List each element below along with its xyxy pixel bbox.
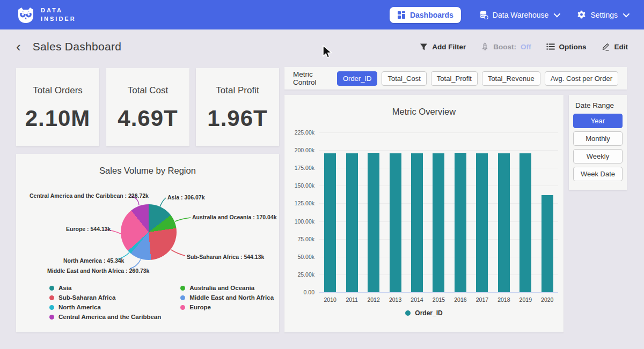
metric-button-total-cost[interactable]: Total_Cost <box>382 71 426 86</box>
metric-button-total-profit[interactable]: Total_Profit <box>431 71 478 86</box>
date-range-button-monthly[interactable]: Monthly <box>573 131 623 146</box>
x-tick-label: 2016 <box>450 296 471 303</box>
x-tick-label: 2010 <box>319 296 341 303</box>
bar-2015[interactable] <box>433 153 444 292</box>
bar-2019[interactable] <box>519 153 531 292</box>
date-range-button-year[interactable]: Year <box>573 114 623 128</box>
date-range-button-weekly[interactable]: Weekly <box>573 149 623 164</box>
bar-chart-legend[interactable]: Order_ID <box>284 309 564 317</box>
bar-chart-x-axis-line <box>319 292 558 293</box>
chevron-down-icon <box>623 11 630 18</box>
bar-2013[interactable] <box>390 153 401 292</box>
legend-dot <box>180 286 185 291</box>
y-tick-label: 75.00k <box>284 236 314 242</box>
boost-label: Boost: <box>493 43 516 51</box>
options-button[interactable]: Options <box>546 43 587 51</box>
y-tick-label: 100.00k <box>284 218 314 225</box>
x-tick-label: 2012 <box>363 296 384 303</box>
pie-label-australia-oceania: Australia and Oceania : 170.04k <box>192 214 277 220</box>
pie-legend-item-australia-and-oceania[interactable]: Australia and Oceania <box>180 285 274 291</box>
metric-control-bar: Metric Control Order_IDTotal_CostTotal_P… <box>284 67 627 90</box>
kpi-card-total-orders: Total Orders 2.10M <box>16 68 99 146</box>
y-tick-label: 125.00k <box>284 200 314 206</box>
pie-label-europe: Europe : 544.13k <box>66 226 111 232</box>
pie-legend-item-sub-saharan-africa[interactable]: Sub-Saharan Africa <box>49 294 161 301</box>
legend-label: Australia and Oceania <box>189 285 254 291</box>
nav-settings-label: Settings <box>590 11 618 19</box>
boost-toggle[interactable]: Boost: Off <box>481 42 531 51</box>
x-tick-label: 2015 <box>428 296 449 303</box>
kpi-value: 1.96T <box>207 106 267 131</box>
legend-dot <box>49 286 54 291</box>
legend-label: Middle East and North Africa <box>189 294 274 301</box>
top-nav: DATA INSIDER Dashboards Data Warehouse <box>0 0 644 29</box>
bar-2018[interactable] <box>498 153 510 292</box>
filter-icon <box>420 43 428 51</box>
dashboards-grid-icon <box>397 11 406 19</box>
pie-label-sub-saharan-africa: Sub-Saharan Africa : 544.13k <box>187 254 264 260</box>
back-button[interactable]: ‹ <box>16 40 21 54</box>
kpi-label: Total Cost <box>128 85 169 96</box>
pie-legend-item-asia[interactable]: Asia <box>49 285 161 291</box>
page-header: ‹ Sales Dashboard Add Filter Boost: Off … <box>0 29 644 64</box>
y-tick-label: 225.00k <box>284 129 314 136</box>
bar-2020[interactable] <box>541 195 553 292</box>
date-range-card: Date Range YearMonthlyWeeklyWeek Date <box>569 95 627 190</box>
y-tick-label: 175.00k <box>284 165 314 171</box>
bar-2012[interactable] <box>368 153 379 292</box>
pie-chart[interactable] <box>121 204 177 260</box>
y-tick-label: 25.00k <box>284 271 314 278</box>
owl-logo-icon <box>16 5 35 25</box>
metric-button-total-revenue[interactable]: Total_Revenue <box>482 71 540 86</box>
brand: DATA INSIDER <box>16 5 76 25</box>
edit-pencil-icon <box>602 42 610 51</box>
kpi-card-total-profit: Total Profit 1.96T <box>196 68 279 146</box>
kpi-label: Total Orders <box>33 85 83 96</box>
legend-dot <box>180 305 185 310</box>
bar-2011[interactable] <box>346 153 358 292</box>
nav-dashboards-button[interactable]: Dashboards <box>390 7 461 23</box>
pie-legend-item-central-america-and-the-caribbean[interactable]: Central America and the Caribbean <box>49 314 161 320</box>
pie-label-north-america: North America : 45.34k <box>63 257 124 264</box>
metric-button-avg-cost-per-order[interactable]: Avg. Cost per Order <box>545 71 618 86</box>
x-tick-label: 2018 <box>493 296 515 303</box>
bar-2010[interactable] <box>324 153 336 292</box>
kpi-card-total-cost: Total Cost 4.69T <box>106 68 189 146</box>
legend-label: Order_ID <box>415 309 442 317</box>
bar-2017[interactable] <box>476 153 488 292</box>
kpi-value: 2.10M <box>25 106 91 131</box>
x-tick-label: 2014 <box>406 296 428 303</box>
brand-name: DATA INSIDER <box>41 6 76 24</box>
metric-button-group: Order_IDTotal_CostTotal_ProfitTotal_Reve… <box>337 71 618 86</box>
pie-legend-item-europe[interactable]: Europe <box>180 304 274 310</box>
bar-2014[interactable] <box>411 153 423 292</box>
legend-dot <box>405 310 411 316</box>
y-tick-label: 200.00k <box>284 147 314 153</box>
nav-settings-button[interactable]: Settings <box>577 10 628 19</box>
bar-2016[interactable] <box>455 153 466 292</box>
add-filter-button[interactable]: Add Filter <box>420 43 466 51</box>
y-tick-label: 150.00k <box>284 182 314 189</box>
pie-legend-item-middle-east-and-north-africa[interactable]: Middle East and North Africa <box>180 294 274 301</box>
nav-data-warehouse-label: Data Warehouse <box>493 11 549 19</box>
gear-icon <box>577 10 586 19</box>
nav-data-warehouse-button[interactable]: Data Warehouse <box>479 10 559 19</box>
legend-dot <box>49 295 54 300</box>
boost-rocket-icon <box>481 42 489 51</box>
metric-button-order-id[interactable]: Order_ID <box>337 71 377 86</box>
date-range-button-week-date[interactable]: Week Date <box>573 167 623 181</box>
x-tick-label: 2013 <box>385 296 406 303</box>
pie-legend-item-north-america[interactable]: North America <box>49 304 161 310</box>
database-icon <box>479 10 488 19</box>
x-tick-label: 2020 <box>537 296 558 303</box>
legend-label: Sub-Saharan Africa <box>58 294 115 301</box>
kpi-label: Total Profit <box>216 85 259 96</box>
pie-label-asia: Asia : 306.07k <box>167 194 204 201</box>
pie-label-middle-east: Middle East and North Africa : 260.73k <box>47 268 149 274</box>
edit-button[interactable]: Edit <box>602 42 628 51</box>
legend-label: Central America and the Caribbean <box>58 314 161 320</box>
legend-dot <box>180 295 185 300</box>
legend-dot <box>49 305 54 310</box>
y-tick-label: 0.00 <box>284 289 314 295</box>
y-tick-label: 50.00k <box>284 254 314 260</box>
